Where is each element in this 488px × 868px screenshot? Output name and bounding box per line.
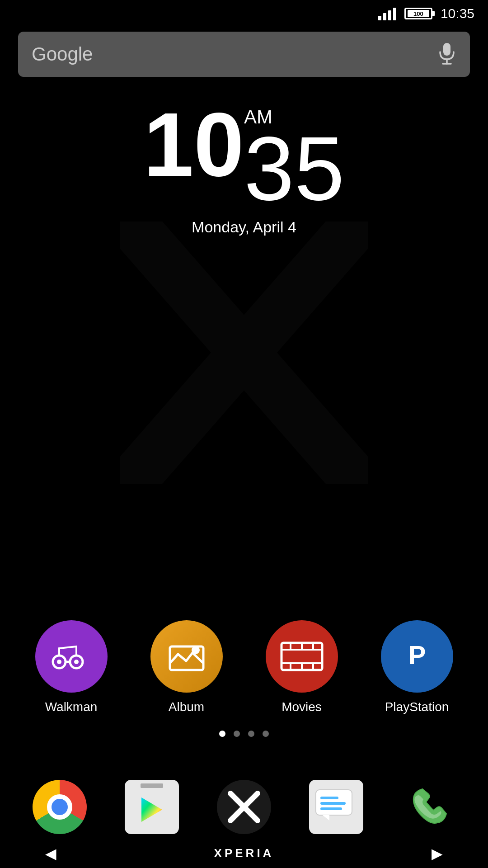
- svg-point-11: [192, 646, 200, 654]
- walkman-label: Walkman: [45, 700, 98, 714]
- status-time: 10:35: [441, 6, 474, 21]
- svg-point-8: [74, 660, 79, 664]
- play-store-app[interactable]: [122, 778, 181, 836]
- xperia-x-app[interactable]: [215, 778, 273, 836]
- movies-label: Movies: [282, 700, 322, 714]
- phone-app[interactable]: [399, 778, 458, 836]
- walkman-icon: [35, 620, 108, 693]
- album-icon: [150, 620, 223, 693]
- page-dot-3[interactable]: [248, 731, 254, 737]
- brand-label: XPERIA: [56, 846, 432, 860]
- svg-text:P: P: [408, 640, 426, 670]
- playstation-app[interactable]: P PlayStation: [372, 620, 462, 714]
- messaging-icon: [309, 780, 363, 834]
- album-label: Album: [169, 700, 204, 714]
- page-indicators: [0, 731, 488, 737]
- movies-app[interactable]: Movies: [257, 620, 347, 714]
- svg-marker-26: [323, 815, 329, 821]
- signal-icon: [378, 7, 396, 20]
- messaging-app[interactable]: [307, 778, 366, 836]
- walkman-app[interactable]: Walkman: [26, 620, 117, 714]
- chrome-icon: [33, 780, 87, 834]
- mic-icon[interactable]: [437, 42, 456, 66]
- xperia-watermark: [120, 222, 368, 484]
- nav-bar: ◀ XPERIA ▶: [0, 839, 488, 868]
- svg-rect-0: [443, 43, 450, 56]
- app-icons-row: Walkman Album Mo: [0, 620, 488, 714]
- page-dot-1[interactable]: [219, 731, 225, 737]
- clock-hour: 10: [144, 99, 244, 190]
- svg-point-6: [57, 660, 61, 664]
- battery-indicator: 100: [404, 8, 432, 19]
- page-dot-4[interactable]: [263, 731, 269, 737]
- movies-icon: [266, 620, 338, 693]
- play-store-icon: [125, 780, 179, 834]
- dock: [0, 778, 488, 836]
- search-label: Google: [32, 43, 93, 65]
- clock-widget: 10 AM 35 Monday, April 4: [0, 99, 488, 236]
- playstation-label: PlayStation: [385, 700, 449, 714]
- page-dot-2[interactable]: [234, 731, 240, 737]
- chrome-app[interactable]: [30, 778, 89, 836]
- album-app[interactable]: Album: [141, 620, 232, 714]
- back-button[interactable]: ◀: [45, 845, 56, 862]
- phone-icon: [401, 780, 455, 834]
- xperia-x-icon: [217, 780, 271, 834]
- forward-button[interactable]: ▶: [432, 845, 443, 862]
- clock-minutes: 35: [244, 123, 344, 214]
- status-bar: 100 10:35: [0, 0, 488, 27]
- playstation-icon: P: [381, 620, 453, 693]
- google-search-bar[interactable]: Google: [18, 32, 470, 77]
